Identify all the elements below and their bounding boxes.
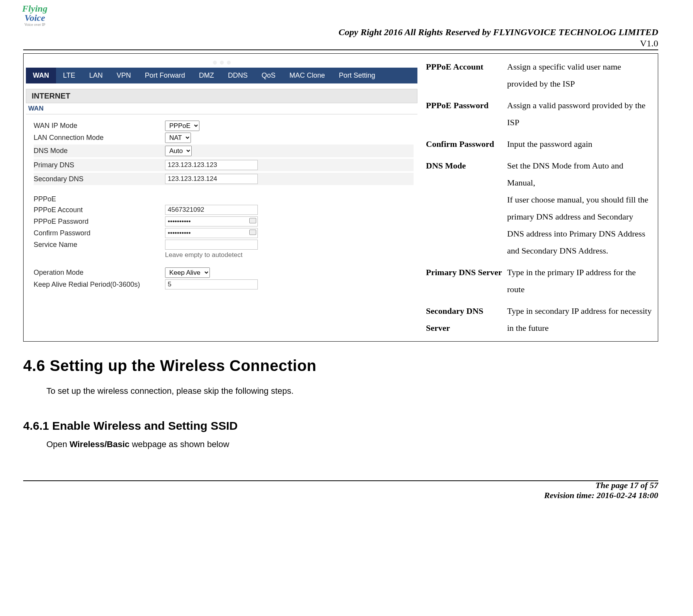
select-wan-ip-mode[interactable]: PPPoE	[165, 121, 199, 131]
p461-bold: Wireless/Basic	[70, 439, 129, 449]
logo-sub: Voice over IP	[15, 22, 54, 27]
label-service-name: Service Name	[34, 241, 165, 249]
term-dns-mode: DNS Mode	[424, 155, 506, 262]
label-lan-conn-mode: LAN Connection Mode	[34, 134, 165, 142]
row-pppoe-password: PPPoE Password ••••••••••	[34, 216, 414, 226]
keyboard-icon[interactable]	[249, 218, 256, 223]
row-secondary-dns: Secondary DNS 123.123.123.124	[34, 173, 414, 185]
footer-page: The page 17 of 57	[544, 480, 658, 490]
term-pppoe-password: PPPoE Password	[424, 95, 506, 133]
row-confirm-password: Confirm Password ••••••••••	[34, 228, 414, 238]
input-primary-dns[interactable]: 123.123.123.123	[165, 160, 258, 170]
tab-dmz[interactable]: DMZ	[192, 68, 221, 83]
input-service-name[interactable]	[165, 240, 258, 250]
label-pppoe-password: PPPoE Password	[34, 218, 165, 226]
tab-lan[interactable]: LAN	[82, 68, 110, 83]
tab-ddns[interactable]: DDNS	[221, 68, 255, 83]
copyright-line: Copy Right 2016 All Rights Reserved by F…	[23, 27, 658, 37]
label-pppoe-header: PPPoE	[34, 195, 165, 203]
footer-rev: Revision time: 2016-02-24 18:00	[544, 490, 658, 500]
def-confirm-password: Input the password again	[506, 133, 653, 155]
row-redial-period: Keep Alive Redial Period(0-3600s) 5	[34, 279, 414, 289]
tab-qos[interactable]: QoS	[255, 68, 283, 83]
paragraph-4-6: To set up the wireless connection, pleas…	[46, 386, 658, 396]
service-name-hint: Leave empty to autodetect	[165, 251, 414, 259]
def-pppoe-account: Assign a specific valid user name provid…	[506, 56, 653, 95]
def-secondary-dns: Type in secondary IP address for necessi…	[506, 300, 653, 339]
screenshot-cell: WAN LTE LAN VPN Port Forward DMZ DDNS Qo…	[24, 54, 420, 341]
top-rule	[23, 49, 658, 50]
label-dns-mode: DNS Mode	[34, 147, 165, 155]
row-lan-conn-mode: LAN Connection Mode NAT	[34, 133, 414, 143]
section-header-internet: INTERNET	[26, 89, 417, 103]
row-dns-mode: DNS Mode Auto	[34, 145, 414, 157]
tab-lte[interactable]: LTE	[56, 68, 82, 83]
label-secondary-dns: Secondary DNS	[34, 175, 165, 183]
def-pppoe-password: Assign a valid password provided by the …	[506, 95, 653, 133]
form-area: WAN IP Mode PPPoE LAN Connection Mode NA…	[26, 117, 417, 295]
logo: Flying Voice Voice over IP	[15, 4, 54, 27]
input-redial-period[interactable]: 5	[165, 279, 258, 289]
p461-post: webpage as shown below	[129, 439, 229, 449]
input-confirm-password[interactable]: ••••••••••	[165, 228, 258, 238]
sub-header-wan: WAN	[26, 103, 417, 114]
label-wan-ip-mode: WAN IP Mode	[34, 122, 165, 130]
select-operation-mode[interactable]: Keep Alive	[165, 267, 210, 278]
tab-bar: WAN LTE LAN VPN Port Forward DMZ DDNS Qo…	[26, 68, 417, 83]
label-pppoe-account: PPPoE Account	[34, 206, 165, 214]
def-dns-mode: Set the DNS Mode from Auto and Manual, I…	[506, 155, 653, 262]
term-confirm-password: Confirm Password	[424, 133, 506, 155]
main-figure-table: WAN LTE LAN VPN Port Forward DMZ DDNS Qo…	[23, 53, 658, 342]
row-service-name: Service Name	[34, 240, 414, 250]
definition-table: PPPoE Account Assign a specific valid us…	[424, 56, 653, 339]
p461-pre: Open	[46, 439, 70, 449]
term-secondary-dns: Secondary DNS Server	[424, 300, 506, 339]
description-cell: PPPoE Account Assign a specific valid us…	[420, 54, 658, 341]
version-line: V1.0	[23, 38, 658, 49]
tab-mac-clone[interactable]: MAC Clone	[283, 68, 332, 83]
input-pppoe-password[interactable]: ••••••••••	[165, 216, 258, 226]
logo-line1: Flying	[15, 4, 54, 13]
select-dns-mode[interactable]: Auto	[165, 146, 192, 156]
paragraph-4-6-1: Open Wireless/Basic webpage as shown bel…	[46, 439, 658, 449]
label-primary-dns: Primary DNS	[34, 161, 165, 169]
tab-vpn[interactable]: VPN	[110, 68, 138, 83]
tab-wan[interactable]: WAN	[26, 68, 56, 83]
term-primary-dns: Primary DNS Server	[424, 262, 506, 300]
row-primary-dns: Primary DNS 123.123.123.123	[34, 159, 414, 171]
def-primary-dns: Type in the primary IP address for the r…	[506, 262, 653, 300]
label-operation-mode: Operation Mode	[34, 269, 165, 277]
nav-dots	[26, 56, 417, 68]
tab-port-setting[interactable]: Port Setting	[332, 68, 382, 83]
row-operation-mode: Operation Mode Keep Alive	[34, 267, 414, 278]
heading-4-6: 4.6 Setting up the Wireless Connection	[23, 357, 658, 374]
keyboard-icon[interactable]	[249, 230, 256, 235]
logo-line2: Voice	[15, 13, 54, 22]
footer: The page 17 of 57 Revision time: 2016-02…	[544, 480, 658, 500]
label-confirm-password: Confirm Password	[34, 229, 165, 237]
term-pppoe-account: PPPoE Account	[424, 56, 506, 95]
input-pppoe-account[interactable]: 4567321092	[165, 205, 258, 215]
select-lan-conn-mode[interactable]: NAT	[165, 133, 191, 143]
row-pppoe-header: PPPoE	[34, 195, 414, 203]
row-wan-ip-mode: WAN IP Mode PPPoE	[34, 121, 414, 131]
label-redial-period: Keep Alive Redial Period(0-3600s)	[34, 281, 165, 289]
row-pppoe-account: PPPoE Account 4567321092	[34, 205, 414, 215]
heading-4-6-1: 4.6.1 Enable Wireless and Setting SSID	[23, 419, 658, 432]
input-secondary-dns[interactable]: 123.123.123.124	[165, 174, 258, 184]
tab-port-forward[interactable]: Port Forward	[138, 68, 192, 83]
